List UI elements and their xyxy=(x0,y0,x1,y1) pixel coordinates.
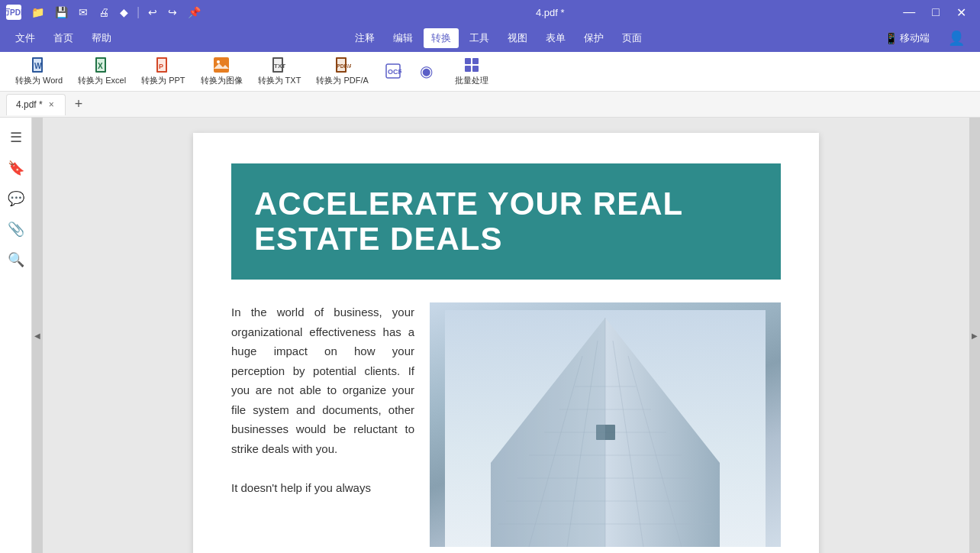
excel-btn-label: 转换为 Excel xyxy=(78,75,126,86)
txt-btn-label: 转换为 TXT xyxy=(258,75,301,86)
menu-bar: 文件 首页 帮助 注释 编辑 转换 工具 视图 表单 保护 页面 📱移动端 👤 xyxy=(0,24,980,52)
page-banner: ACCELERATE YOUR REAL ESTATE DEALS xyxy=(231,163,781,280)
tab-add-button[interactable]: + xyxy=(69,96,89,112)
main-area: ☰ 🔖 💬 📎 🔍 ◀ ACCELERATE YOUR REAL ESTATE … xyxy=(0,118,980,553)
word-file-icon: W xyxy=(31,57,47,73)
svg-point-10 xyxy=(217,60,220,63)
pdfa-file-icon: PDF/A xyxy=(334,57,351,73)
svg-rect-9 xyxy=(214,57,229,73)
ppt-btn-label: 转换为 PPT xyxy=(141,75,185,86)
sidebar-bookmark-button[interactable]: 🔖 xyxy=(4,156,28,180)
save-button[interactable]: 💾 xyxy=(51,5,72,20)
page-container: ACCELERATE YOUR REAL ESTATE DEALS In the… xyxy=(43,118,969,553)
svg-text:PDF/A: PDF/A xyxy=(337,63,351,69)
menu-view[interactable]: 视图 xyxy=(500,28,535,48)
excel-file-icon: X xyxy=(94,57,111,73)
batch-icon-area xyxy=(463,57,480,73)
svg-rect-21 xyxy=(472,58,479,64)
svg-text:X: X xyxy=(98,62,103,70)
sidebar-attachment-button[interactable]: 📎 xyxy=(4,217,28,241)
image-icon-area xyxy=(213,57,230,73)
pdfa-icon-area: PDF/A xyxy=(334,57,351,73)
recognize-icon-area: ◉ xyxy=(418,63,435,79)
convert-to-ppt-button[interactable]: P 转换为 PPT xyxy=(135,53,191,89)
image-file-icon xyxy=(213,57,230,73)
title-bar: 万PDF 📁 💾 ✉ 🖨 ◆ | ↩ ↪ 📌 4.pdf * — □ ✕ xyxy=(0,0,980,24)
left-panel-handle[interactable]: ◀ xyxy=(32,118,43,553)
svg-text:TXT: TXT xyxy=(274,63,285,70)
print-button[interactable]: 🖨 xyxy=(95,5,113,20)
pdf-page: ACCELERATE YOUR REAL ESTATE DEALS In the… xyxy=(193,133,819,553)
menu-tools[interactable]: 工具 xyxy=(462,28,497,48)
menu-convert[interactable]: 转换 xyxy=(424,28,459,48)
batch-process-button[interactable]: 批量处理 xyxy=(445,53,498,89)
ppt-file-icon: P xyxy=(155,57,172,73)
txt-file-icon: TXT xyxy=(271,57,288,73)
ocr-icon-area: OCR xyxy=(385,63,401,79)
open-button[interactable]: 📁 xyxy=(27,5,48,20)
convert-to-pdfa-button[interactable]: PDF/A 转换为 PDF/A xyxy=(310,53,374,89)
banner-text: ACCELERATE YOUR REAL ESTATE DEALS xyxy=(254,186,758,257)
convert-to-excel-button[interactable]: X 转换为 Excel xyxy=(72,53,132,89)
toolbar: W 转换为 Word X 转换为 Excel P 转换为 PPT 转换为图像 xyxy=(0,52,980,92)
excel-icon-area: X xyxy=(94,57,111,73)
menu-home[interactable]: 首页 xyxy=(46,28,81,48)
batch-icon xyxy=(463,57,480,73)
svg-rect-23 xyxy=(472,66,479,72)
convert-to-word-button[interactable]: W 转换为 Word xyxy=(9,53,69,89)
tab-bar: 4.pdf * × + xyxy=(0,92,980,118)
sidebar-comment-button[interactable]: 💬 xyxy=(4,186,28,211)
left-sidebar: ☰ 🔖 💬 📎 🔍 xyxy=(0,118,32,553)
close-button[interactable]: ✕ xyxy=(949,4,974,21)
tab-4pdf[interactable]: 4.pdf * × xyxy=(6,94,66,115)
sidebar-thumbnail-button[interactable]: ☰ xyxy=(4,125,28,150)
convert-to-image-button[interactable]: 转换为图像 xyxy=(195,53,249,89)
email-button[interactable]: ✉ xyxy=(75,5,92,20)
menu-help[interactable]: 帮助 xyxy=(84,28,119,48)
txt-icon-area: TXT xyxy=(271,57,288,73)
menu-annotate[interactable]: 注释 xyxy=(347,28,382,48)
batch-btn-label: 批量处理 xyxy=(455,75,488,86)
menu-account[interactable]: 👤 xyxy=(940,27,972,50)
sidebar-search-button[interactable]: 🔍 xyxy=(4,247,28,272)
menu-edit[interactable]: 编辑 xyxy=(385,28,421,48)
building-svg xyxy=(445,310,766,547)
recognize-icon: ◉ xyxy=(418,63,435,79)
pdfa-btn-label: 转换为 PDF/A xyxy=(316,75,368,86)
image-btn-label: 转换为图像 xyxy=(201,75,243,86)
svg-rect-22 xyxy=(465,66,471,72)
word-icon-area: W xyxy=(31,57,47,73)
body-text: In the world of business, your organizat… xyxy=(231,302,414,547)
maximize-button[interactable]: □ xyxy=(924,4,947,21)
app-logo: 万PDF xyxy=(6,5,21,20)
tab-label: 4.pdf * xyxy=(16,99,43,110)
svg-text:P: P xyxy=(159,63,163,70)
pin-button[interactable]: 📌 xyxy=(184,5,205,20)
convert-to-txt-button[interactable]: TXT 转换为 TXT xyxy=(252,53,308,89)
window-controls: — □ ✕ xyxy=(895,4,974,21)
right-panel-handle[interactable]: ▶ xyxy=(969,118,980,553)
tab-close-button[interactable]: × xyxy=(47,99,56,110)
ppt-icon-area: P xyxy=(155,57,172,73)
menu-mobile[interactable]: 📱移动端 xyxy=(877,28,937,48)
svg-text:OCR: OCR xyxy=(388,68,401,76)
word-btn-label: 转换为 Word xyxy=(15,75,63,86)
menu-protect[interactable]: 保护 xyxy=(576,28,611,48)
ocr-button[interactable]: OCR xyxy=(378,60,408,84)
extra-button[interactable]: ◆ xyxy=(116,5,132,20)
window-title: 4.pdf * xyxy=(211,7,889,18)
page-content: In the world of business, your organizat… xyxy=(231,302,781,547)
title-bar-left-buttons: 📁 💾 ✉ 🖨 ◆ | ↩ ↪ 📌 xyxy=(27,5,205,20)
menu-file[interactable]: 文件 xyxy=(8,28,43,48)
redo-button[interactable]: ↪ xyxy=(164,5,181,20)
ocr-icon: OCR xyxy=(385,63,401,79)
menu-page[interactable]: 页面 xyxy=(614,28,650,48)
svg-rect-20 xyxy=(465,58,471,64)
menu-table[interactable]: 表单 xyxy=(538,28,573,48)
minimize-button[interactable]: — xyxy=(895,4,923,21)
svg-text:W: W xyxy=(34,62,42,70)
real-estate-image xyxy=(430,302,781,547)
undo-button[interactable]: ↩ xyxy=(144,5,161,20)
recognize-button[interactable]: ◉ xyxy=(411,60,442,84)
